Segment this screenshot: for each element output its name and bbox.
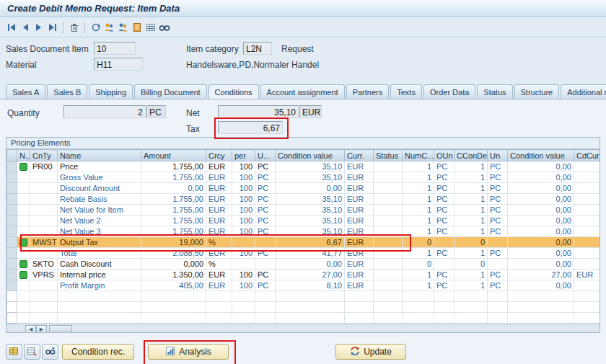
cell-oun[interactable]: PC [434, 194, 454, 205]
display-glasses-icon[interactable] [157, 20, 171, 34]
cell-cond_value2[interactable] [508, 291, 574, 302]
cell-curr[interactable]: EUR [345, 259, 374, 270]
cell-name[interactable]: Net Value 3 [58, 226, 141, 237]
tab-shipping[interactable]: Shipping [89, 84, 133, 99]
cell-curr[interactable]: EUR [345, 216, 374, 226]
column-header-condition-value[interactable]: Condition value [508, 150, 574, 161]
cell-name[interactable] [58, 313, 141, 324]
cell-crcy[interactable]: EUR [206, 216, 232, 226]
cell-oun[interactable]: PC [434, 216, 454, 226]
cell-name[interactable]: Discount Amount [58, 183, 141, 194]
cell-per[interactable]: 100 [232, 172, 255, 183]
column-header-cdcur[interactable]: CdCur [574, 150, 600, 161]
cell-curr[interactable]: EUR [345, 270, 374, 280]
cell-oun[interactable] [434, 291, 454, 302]
cell-cond_value[interactable] [276, 291, 345, 302]
cell-per[interactable]: 100 [232, 216, 255, 226]
cell-curr[interactable]: EUR [345, 161, 374, 172]
cell-amount[interactable]: 1.350,00 [141, 270, 206, 280]
cell-per[interactable]: 100 [232, 194, 255, 205]
cell-cond_value[interactable]: 35,10 [276, 205, 345, 216]
tab-account-assignment[interactable]: Account assignment [260, 84, 345, 99]
cell-cond_value2[interactable]: 0,00 [508, 161, 574, 172]
cell-curr[interactable]: EUR [345, 248, 374, 259]
cell-amount[interactable]: 1.755,00 [141, 172, 206, 183]
cell-unit[interactable]: PC [255, 270, 276, 280]
tab-texts[interactable]: Texts [390, 84, 422, 99]
cell-oun[interactable]: PC [434, 205, 454, 216]
cell-cond_value[interactable]: 0,00 [276, 259, 345, 270]
cell-per[interactable]: 100 [232, 248, 255, 259]
cell-status[interactable] [374, 313, 403, 324]
pricing-row-total[interactable]: Total2.088,50EUR100PC41,77EUR1PC1PC0,00 [7, 248, 600, 259]
cell-cconde[interactable]: 1 [454, 205, 488, 216]
cell-cond_value[interactable]: 41,77 [276, 248, 345, 259]
pricing-empty-row[interactable] [7, 313, 600, 324]
pricing-row-mwst[interactable]: MWSTOutput Tax19,000%6,67EUR000,00 [7, 237, 600, 248]
cell-unit[interactable] [255, 291, 276, 302]
cell-cdcur[interactable] [574, 161, 600, 172]
cell-cconde[interactable] [454, 313, 488, 324]
cell-cond_value2[interactable]: 0,00 [508, 237, 574, 248]
tab-partners[interactable]: Partners [346, 84, 390, 99]
cell-cdcur[interactable] [574, 216, 600, 226]
table-icon[interactable] [144, 20, 157, 34]
cell-per[interactable] [232, 313, 255, 324]
cell-amount[interactable]: 1.755,00 [141, 216, 206, 226]
column-header-oun[interactable]: OUn [434, 150, 454, 161]
cell-cnty[interactable] [30, 216, 58, 226]
cell-cconde[interactable] [454, 291, 488, 302]
cell-amount[interactable]: 405,00 [141, 280, 206, 291]
cell-cconde[interactable]: 0 [454, 259, 488, 270]
column-header-n[interactable]: N.. [17, 150, 30, 161]
cell-cond_value2[interactable]: 0,00 [508, 216, 574, 226]
cell-unit[interactable]: PC [255, 194, 276, 205]
column-header-crcy[interactable]: Crcy [206, 150, 232, 161]
cell-cconde[interactable]: 1 [454, 248, 488, 259]
cell-cnty[interactable] [30, 205, 58, 216]
cell-numc[interactable]: 1 [403, 280, 434, 291]
item-category-field[interactable]: L2N [243, 42, 272, 55]
cell-cond_value2[interactable]: 0,00 [508, 248, 574, 259]
cell-unit[interactable] [255, 237, 276, 248]
pricing-row-net-value-for-item[interactable]: Net Value for Item1.755,00EUR100PC35,10E… [7, 205, 600, 216]
cell-cdcur[interactable] [574, 172, 600, 183]
pricing-row-discount-amount[interactable]: Discount Amount0,00EUR100PC0,00EUR1PC1PC… [7, 183, 600, 194]
cell-curr[interactable]: EUR [345, 172, 374, 183]
cell-cconde[interactable]: 1 [454, 194, 488, 205]
cell-per[interactable]: 100 [232, 270, 255, 280]
cell-cond_value2[interactable]: 0,00 [508, 226, 574, 237]
cell-amount[interactable]: 1.755,00 [141, 194, 206, 205]
cell-crcy[interactable]: EUR [206, 270, 232, 280]
column-header-cnty[interactable]: CnTy [30, 150, 58, 161]
pricing-row-net-value-2[interactable]: Net Value 21.755,00EUR100PC35,10EUR1PC1P… [7, 216, 600, 226]
cell-un[interactable] [488, 302, 508, 313]
cell-per[interactable]: 100 [232, 205, 255, 216]
cell-per[interactable] [232, 259, 255, 270]
cell-status[interactable] [374, 205, 403, 216]
column-header-curr[interactable]: Curr. [345, 150, 374, 161]
condition-rec-button[interactable]: Condition rec. [62, 344, 134, 360]
cell-cdcur[interactable] [574, 280, 600, 291]
cell-oun[interactable]: PC [434, 280, 454, 291]
insert-condition-button[interactable] [24, 344, 40, 360]
cell-crcy[interactable]: EUR [206, 205, 232, 216]
previous-item-icon[interactable] [18, 20, 32, 34]
cell-name[interactable]: Net Value 2 [58, 216, 141, 226]
cell-name[interactable]: Internal price [58, 270, 141, 280]
cell-amount[interactable]: 0,00 [141, 183, 206, 194]
cell-name[interactable]: Gross Value [58, 172, 141, 183]
row-selector[interactable] [7, 270, 17, 280]
cell-cdcur[interactable]: EUR [574, 270, 600, 280]
cell-cond_value[interactable]: 35,10 [276, 172, 345, 183]
first-item-icon[interactable] [4, 20, 18, 34]
cell-oun[interactable]: PC [434, 161, 454, 172]
cell-cnty[interactable] [30, 248, 58, 259]
cell-status[interactable] [374, 248, 403, 259]
pricing-row-net-value-3[interactable]: Net Value 31.755,00EUR100PC35,10EUR1PC1P… [7, 226, 600, 237]
cell-oun[interactable]: PC [434, 248, 454, 259]
cell-cdcur[interactable] [574, 205, 600, 216]
pricing-row-vprs[interactable]: VPRSInternal price1.350,00EUR100PC27,00E… [7, 270, 600, 280]
cell-cconde[interactable]: 0 [454, 237, 488, 248]
cell-unit[interactable] [255, 313, 276, 324]
